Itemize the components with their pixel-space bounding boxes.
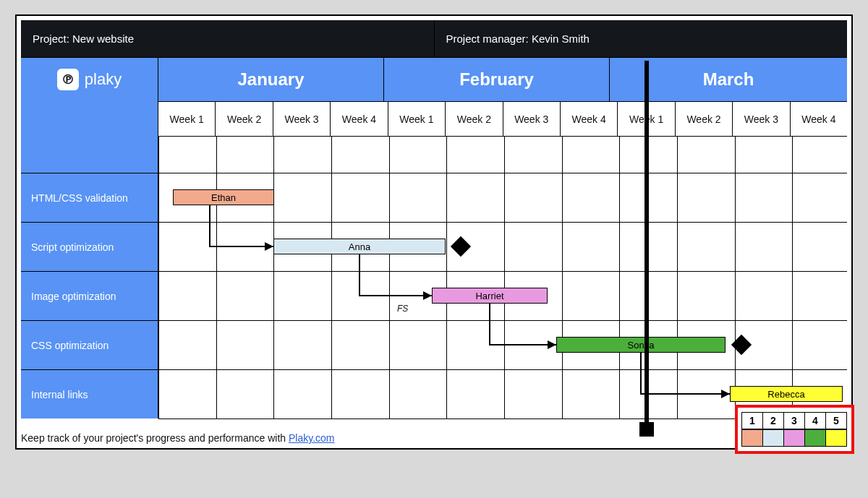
project-title: Project: New website: [21, 20, 434, 57]
legend-swatch: [825, 429, 847, 447]
milestone-icon: [451, 236, 471, 257]
today-marker: [644, 61, 649, 429]
gantt-card: Project: New website Project manager: Ke…: [15, 14, 853, 450]
task-label: CSS optimization: [21, 320, 158, 369]
legend-swatch: [804, 429, 826, 447]
months-row: ℗ plaky January February March: [21, 58, 847, 101]
week-cell: Week 4: [561, 102, 618, 136]
gantt-bar-ethan[interactable]: Ethan: [173, 189, 274, 205]
week-cell: Week 4: [331, 102, 388, 136]
color-legend: 1 2 3 4 5: [735, 405, 854, 454]
left-col-spacer: [21, 136, 158, 173]
legend-num: 1: [741, 412, 763, 429]
task-label: Script optimization: [21, 222, 158, 271]
plaky-link[interactable]: Plaky.com: [289, 432, 335, 444]
month-cell: January: [158, 58, 384, 101]
legend-swatch: [783, 429, 805, 447]
week-cell: Week 2: [446, 102, 503, 136]
legend-num: 4: [804, 412, 826, 429]
task-label: Internal links: [21, 369, 158, 418]
week-cell: Week 2: [676, 102, 733, 136]
task-label: HTML/CSS validation: [21, 173, 158, 222]
weeks-row: Week 1 Week 2 Week 3 Week 4 Week 1 Week …: [158, 101, 847, 136]
week-cell: Week 3: [503, 102, 561, 136]
legend-swatch: [762, 429, 784, 447]
legend-num: 5: [825, 412, 847, 429]
plaky-icon: ℗: [57, 69, 79, 90]
week-cell: Week 3: [733, 102, 790, 136]
logo-under-spacer: [21, 101, 158, 136]
project-manager: Project manager: Kevin Smith: [434, 20, 848, 57]
week-cell: Week 1: [158, 102, 216, 136]
gantt-bar-harriet[interactable]: Harriet: [432, 288, 548, 304]
gantt-bar-rebecca[interactable]: Rebecca: [730, 386, 843, 402]
dependency-type-label: FS: [397, 304, 408, 314]
week-cell: Week 4: [791, 102, 847, 136]
legend-num: 3: [783, 412, 805, 429]
week-cell: Week 3: [273, 102, 331, 136]
brand-logo: ℗ plaky: [21, 58, 158, 101]
project-header-bar: Project: New website Project manager: Ke…: [21, 20, 847, 58]
legend-num: 2: [762, 412, 784, 429]
footer-note: Keep track of your project's progress an…: [21, 432, 847, 444]
legend-swatch: [741, 429, 763, 447]
task-label: Image optimization: [21, 271, 158, 320]
month-cell: February: [384, 58, 610, 101]
gantt-bar-sonya[interactable]: Sonya: [556, 337, 726, 353]
footer-text: Keep track of your project's progress an…: [21, 432, 289, 444]
gantt-bar-anna[interactable]: Anna: [273, 239, 446, 254]
week-cell: Week 1: [388, 102, 446, 136]
brand-text: plaky: [85, 70, 122, 89]
gantt-canvas: Project: New website Project manager: Ke…: [21, 20, 847, 419]
week-cell: Week 2: [216, 102, 273, 136]
